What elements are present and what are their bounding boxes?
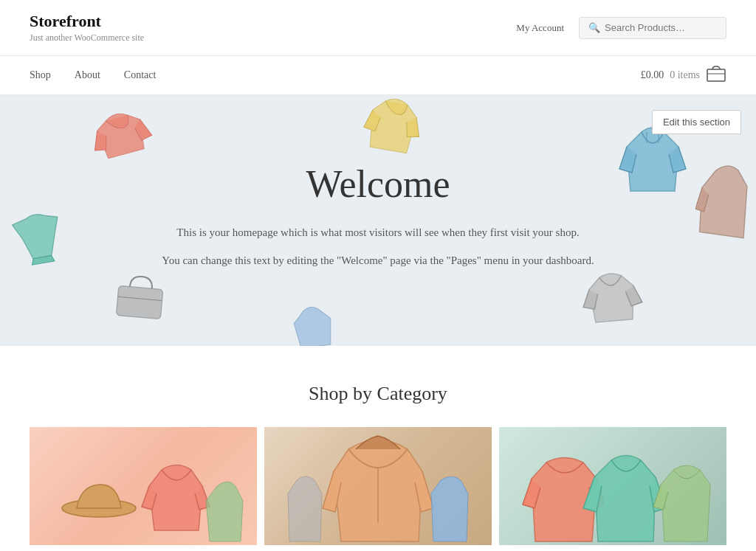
nav-bar: Shop About Contact £0.00 0 items bbox=[0, 56, 756, 95]
cart-item-count: 0 items bbox=[670, 69, 700, 81]
hero-text-1: This is your homepage which is what most… bbox=[162, 223, 594, 243]
nav-shop[interactable]: Shop bbox=[30, 56, 63, 94]
category-grid bbox=[30, 427, 726, 545]
nav-contact[interactable]: Contact bbox=[112, 56, 168, 94]
search-icon: 🔍 bbox=[588, 22, 600, 34]
category-card-inner-1 bbox=[30, 427, 257, 545]
decor-teal-bodysuit bbox=[2, 201, 75, 272]
nav-links: Shop About Contact bbox=[30, 56, 168, 94]
header-right: My Account 🔍 bbox=[516, 17, 726, 39]
cart-price: £0.00 bbox=[641, 69, 664, 81]
category-card-2[interactable] bbox=[264, 427, 492, 545]
search-bar: 🔍 bbox=[579, 17, 726, 39]
cart-area: £0.00 0 items bbox=[641, 63, 726, 88]
edit-section-button[interactable]: Edit this section bbox=[652, 110, 741, 134]
category-card-inner-2 bbox=[264, 427, 492, 545]
cart-icon[interactable] bbox=[706, 63, 726, 88]
category-card-inner-3 bbox=[499, 427, 726, 545]
shop-section-title: Shop by Category bbox=[30, 383, 726, 405]
search-input[interactable] bbox=[605, 22, 717, 33]
hero-title: Welcome bbox=[162, 162, 594, 206]
site-title: Storefront bbox=[30, 12, 144, 31]
hero-banner: Edit this section Welcome This is your h… bbox=[0, 95, 756, 346]
category-card-3[interactable] bbox=[499, 427, 726, 545]
category-card-1[interactable] bbox=[30, 427, 257, 545]
site-header: Storefront Just another WooCommerce site… bbox=[0, 0, 756, 95]
nav-about[interactable]: About bbox=[63, 56, 112, 94]
my-account-link[interactable]: My Account bbox=[516, 22, 564, 34]
decor-right-hoodie bbox=[691, 150, 756, 249]
hero-content: Welcome This is your homepage which is w… bbox=[147, 133, 608, 308]
header-top-bar: Storefront Just another WooCommerce site… bbox=[0, 0, 756, 56]
site-branding: Storefront Just another WooCommerce site bbox=[30, 12, 144, 44]
site-tagline: Just another WooCommerce site bbox=[30, 32, 144, 44]
svg-rect-0 bbox=[707, 69, 725, 81]
hero-text-2: You can change this text by editing the … bbox=[162, 252, 594, 271]
shop-section: Shop by Category bbox=[0, 346, 756, 551]
